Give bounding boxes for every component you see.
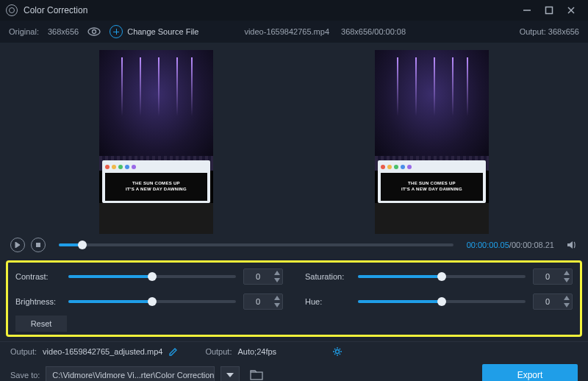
svg-marker-17 bbox=[226, 373, 234, 377]
playback-bar: 00:00:00.05/00:00:08.21 bbox=[0, 234, 588, 256]
export-button[interactable]: Export bbox=[482, 364, 578, 381]
preview-toggle-icon[interactable] bbox=[87, 27, 101, 36]
preview-text-2: IT'S A NEW DAY DAWNING bbox=[105, 187, 207, 193]
preview-original: THE SUN COMES UPIT'S A NEW DAY DAWNING bbox=[99, 50, 213, 234]
output-bar: Output: video-1659842765_adjusted.mp4 Ou… bbox=[0, 341, 588, 360]
change-source-button[interactable]: Change Source File bbox=[110, 25, 198, 38]
saturation-input[interactable] bbox=[534, 272, 562, 281]
hue-step-up[interactable] bbox=[562, 294, 572, 302]
svg-point-4 bbox=[88, 28, 100, 35]
color-controls-panel: Contrast: Saturation: Brightness: H bbox=[6, 260, 582, 337]
svg-rect-18 bbox=[251, 372, 262, 380]
svg-marker-15 bbox=[564, 303, 570, 307]
saturation-label: Saturation: bbox=[305, 272, 351, 281]
titlebar: Color Correction bbox=[0, 0, 588, 21]
contrast-slider[interactable] bbox=[68, 275, 236, 278]
brightness-control: Brightness: bbox=[15, 293, 283, 310]
change-source-label: Change Source File bbox=[127, 27, 198, 36]
save-to-label: Save to: bbox=[10, 371, 40, 380]
contrast-label: Contrast: bbox=[15, 272, 61, 281]
time-total: 00:00:08.21 bbox=[512, 241, 554, 249]
timecode: 00:00:00.05/00:00:08.21 bbox=[467, 241, 554, 249]
app-icon bbox=[6, 4, 18, 16]
svg-marker-11 bbox=[564, 278, 570, 282]
play-button[interactable] bbox=[10, 238, 25, 252]
brightness-input[interactable] bbox=[244, 297, 272, 306]
contrast-step-down[interactable] bbox=[272, 277, 282, 284]
save-path-box[interactable]: C:\Vidmore\Vidmore Vi...rter\Color Corre… bbox=[46, 366, 215, 381]
saturation-value-box bbox=[533, 268, 573, 285]
close-button[interactable] bbox=[560, 0, 582, 21]
maximize-button[interactable] bbox=[538, 0, 560, 21]
preview-area: THE SUN COMES UPIT'S A NEW DAY DAWNING T… bbox=[0, 43, 588, 234]
brightness-slider[interactable] bbox=[68, 300, 236, 303]
edit-filename-icon[interactable] bbox=[168, 346, 179, 357]
seek-slider[interactable] bbox=[59, 243, 453, 246]
save-path: C:\Vidmore\Vidmore Vi...rter\Color Corre… bbox=[52, 371, 214, 380]
hue-value-box bbox=[533, 293, 573, 310]
contrast-input[interactable] bbox=[244, 272, 272, 281]
time-current: 00:00:00.05 bbox=[467, 241, 509, 249]
info-toolbar: Original: 368x656 Change Source File vid… bbox=[0, 21, 588, 43]
output-dim-label: Output: bbox=[520, 27, 546, 36]
svg-marker-12 bbox=[274, 296, 280, 300]
brightness-value-box bbox=[243, 293, 283, 310]
saturation-step-up[interactable] bbox=[562, 269, 572, 277]
hue-step-down[interactable] bbox=[562, 302, 572, 309]
svg-point-5 bbox=[93, 30, 96, 34]
output-settings-icon[interactable] bbox=[332, 346, 343, 357]
output-dimensions: 368x656 bbox=[548, 27, 579, 36]
preview-output: THE SUN COMES UPIT'S A NEW DAY DAWNING bbox=[375, 50, 489, 234]
svg-marker-8 bbox=[274, 271, 280, 275]
hue-input[interactable] bbox=[534, 297, 562, 306]
window-title: Color Correction bbox=[24, 5, 87, 15]
output-settings-value: Auto;24fps bbox=[237, 347, 276, 356]
hue-slider[interactable] bbox=[358, 300, 526, 303]
svg-marker-9 bbox=[274, 278, 280, 282]
contrast-control: Contrast: bbox=[15, 268, 283, 285]
svg-rect-1 bbox=[546, 7, 553, 14]
output-filename: video-1659842765_adjusted.mp4 bbox=[43, 347, 162, 356]
open-folder-icon[interactable] bbox=[245, 366, 268, 381]
original-label: Original: bbox=[9, 27, 39, 36]
preview-text-1: THE SUN COMES UP bbox=[105, 181, 207, 187]
preview-text-1b: THE SUN COMES UP bbox=[381, 181, 483, 187]
contrast-step-up[interactable] bbox=[272, 269, 282, 277]
output-settings-label: Output: bbox=[205, 347, 232, 356]
brightness-label: Brightness: bbox=[15, 297, 61, 306]
saturation-control: Saturation: bbox=[305, 268, 573, 285]
brightness-step-down[interactable] bbox=[272, 302, 282, 309]
save-bar: Save to: C:\Vidmore\Vidmore Vi...rter\Co… bbox=[0, 360, 588, 381]
volume-icon[interactable] bbox=[566, 239, 578, 251]
svg-rect-7 bbox=[37, 243, 40, 247]
brightness-step-up[interactable] bbox=[272, 294, 282, 302]
output-file-label: Output: bbox=[10, 347, 37, 356]
source-dim-time: 368x656/00:00:08 bbox=[341, 27, 406, 36]
saturation-slider[interactable] bbox=[358, 275, 526, 278]
save-path-dropdown[interactable] bbox=[220, 366, 240, 381]
svg-marker-14 bbox=[564, 296, 570, 300]
reset-button[interactable]: Reset bbox=[15, 316, 67, 332]
minimize-button[interactable] bbox=[516, 0, 538, 21]
original-dimensions: 368x656 bbox=[48, 27, 79, 36]
svg-point-16 bbox=[336, 349, 340, 353]
svg-marker-10 bbox=[564, 271, 570, 275]
source-filename: video-1659842765.mp4 bbox=[244, 27, 329, 36]
contrast-value-box bbox=[243, 268, 283, 285]
stop-button[interactable] bbox=[31, 238, 46, 252]
svg-marker-6 bbox=[15, 242, 20, 248]
svg-marker-13 bbox=[274, 303, 280, 307]
preview-text-2b: IT'S A NEW DAY DAWNING bbox=[381, 187, 483, 193]
hue-label: Hue: bbox=[305, 297, 351, 306]
plus-icon bbox=[110, 25, 123, 38]
hue-control: Hue: bbox=[305, 293, 573, 310]
saturation-step-down[interactable] bbox=[562, 277, 572, 284]
